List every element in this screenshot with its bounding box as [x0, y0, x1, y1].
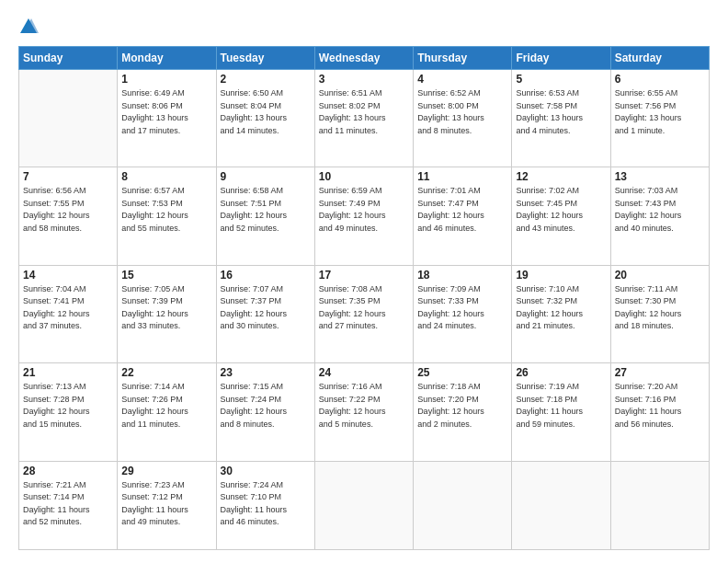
day-number: 10: [319, 170, 409, 183]
day-number: 4: [417, 73, 507, 86]
calendar-cell: 26Sunrise: 7:19 AM Sunset: 7:18 PM Dayli…: [512, 363, 610, 461]
calendar-cell: [414, 461, 512, 549]
calendar-cell: 16Sunrise: 7:07 AM Sunset: 7:37 PM Dayli…: [216, 265, 314, 362]
calendar-cell: 22Sunrise: 7:14 AM Sunset: 7:26 PM Dayli…: [118, 363, 216, 461]
calendar-cell: [314, 461, 413, 549]
weekday-saturday: Saturday: [610, 47, 709, 70]
day-number: 15: [121, 269, 211, 282]
day-number: 23: [221, 366, 311, 379]
day-info: Sunrise: 7:05 AM Sunset: 7:39 PM Dayligh…: [121, 283, 211, 333]
day-number: 22: [121, 366, 211, 379]
day-number: 26: [516, 366, 606, 379]
day-number: 8: [121, 170, 211, 183]
day-info: Sunrise: 7:11 AM Sunset: 7:30 PM Dayligh…: [615, 283, 705, 333]
day-number: 27: [615, 366, 705, 379]
weekday-wednesday: Wednesday: [314, 47, 413, 70]
week-row-5: 28Sunrise: 7:21 AM Sunset: 7:14 PM Dayli…: [19, 461, 710, 549]
week-row-1: 1Sunrise: 6:49 AM Sunset: 8:06 PM Daylig…: [19, 70, 710, 167]
day-info: Sunrise: 7:09 AM Sunset: 7:33 PM Dayligh…: [417, 283, 507, 333]
calendar-cell: [19, 70, 118, 167]
weekday-monday: Monday: [118, 47, 216, 70]
day-info: Sunrise: 7:21 AM Sunset: 7:14 PM Dayligh…: [23, 479, 113, 529]
day-info: Sunrise: 6:53 AM Sunset: 7:58 PM Dayligh…: [516, 87, 606, 137]
calendar-cell: 23Sunrise: 7:15 AM Sunset: 7:24 PM Dayli…: [216, 363, 314, 461]
calendar-cell: 15Sunrise: 7:05 AM Sunset: 7:39 PM Dayli…: [118, 265, 216, 362]
day-number: 30: [221, 465, 311, 477]
page: SundayMondayTuesdayWednesdayThursdayFrid…: [0, 0, 728, 563]
day-info: Sunrise: 7:01 AM Sunset: 7:47 PM Dayligh…: [417, 185, 507, 235]
calendar-cell: 27Sunrise: 7:20 AM Sunset: 7:16 PM Dayli…: [610, 363, 709, 461]
day-number: 16: [221, 269, 311, 282]
day-number: 25: [417, 366, 507, 379]
day-info: Sunrise: 7:07 AM Sunset: 7:37 PM Dayligh…: [221, 283, 311, 333]
day-number: 20: [615, 269, 705, 282]
day-info: Sunrise: 7:18 AM Sunset: 7:20 PM Dayligh…: [417, 381, 507, 431]
day-number: 13: [615, 170, 705, 183]
calendar-cell: 20Sunrise: 7:11 AM Sunset: 7:30 PM Dayli…: [610, 265, 709, 362]
day-info: Sunrise: 7:03 AM Sunset: 7:43 PM Dayligh…: [615, 185, 705, 235]
calendar-cell: 25Sunrise: 7:18 AM Sunset: 7:20 PM Dayli…: [414, 363, 512, 461]
day-number: 3: [319, 73, 409, 86]
day-info: Sunrise: 6:59 AM Sunset: 7:49 PM Dayligh…: [319, 185, 409, 235]
week-row-4: 21Sunrise: 7:13 AM Sunset: 7:28 PM Dayli…: [19, 363, 710, 461]
weekday-friday: Friday: [512, 47, 610, 70]
day-number: 12: [516, 170, 606, 183]
day-number: 7: [23, 170, 113, 183]
day-info: Sunrise: 6:55 AM Sunset: 7:56 PM Dayligh…: [615, 87, 705, 137]
calendar-cell: [610, 461, 709, 549]
day-info: Sunrise: 6:51 AM Sunset: 8:02 PM Dayligh…: [319, 87, 409, 137]
week-row-3: 14Sunrise: 7:04 AM Sunset: 7:41 PM Dayli…: [19, 265, 710, 362]
calendar-cell: 10Sunrise: 6:59 AM Sunset: 7:49 PM Dayli…: [314, 167, 413, 265]
day-info: Sunrise: 7:15 AM Sunset: 7:24 PM Dayligh…: [221, 381, 311, 431]
calendar-cell: 29Sunrise: 7:23 AM Sunset: 7:12 PM Dayli…: [118, 461, 216, 549]
day-number: 1: [121, 73, 211, 86]
week-row-2: 7Sunrise: 6:56 AM Sunset: 7:55 PM Daylig…: [19, 167, 710, 265]
calendar-cell: 14Sunrise: 7:04 AM Sunset: 7:41 PM Dayli…: [19, 265, 118, 362]
header: [18, 17, 710, 37]
calendar-cell: 9Sunrise: 6:58 AM Sunset: 7:51 PM Daylig…: [216, 167, 314, 265]
day-info: Sunrise: 7:23 AM Sunset: 7:12 PM Dayligh…: [121, 479, 211, 529]
calendar-cell: 2Sunrise: 6:50 AM Sunset: 8:04 PM Daylig…: [216, 70, 314, 167]
day-number: 17: [319, 269, 409, 282]
day-info: Sunrise: 6:56 AM Sunset: 7:55 PM Dayligh…: [23, 185, 113, 235]
calendar-cell: 5Sunrise: 6:53 AM Sunset: 7:58 PM Daylig…: [512, 70, 610, 167]
calendar-cell: 13Sunrise: 7:03 AM Sunset: 7:43 PM Dayli…: [610, 167, 709, 265]
day-number: 24: [319, 366, 409, 379]
calendar-cell: 7Sunrise: 6:56 AM Sunset: 7:55 PM Daylig…: [19, 167, 118, 265]
calendar-cell: [512, 461, 610, 549]
day-number: 6: [615, 73, 705, 86]
day-number: 14: [23, 269, 113, 282]
day-info: Sunrise: 7:16 AM Sunset: 7:22 PM Dayligh…: [319, 381, 409, 431]
day-info: Sunrise: 6:49 AM Sunset: 8:06 PM Dayligh…: [121, 87, 211, 137]
calendar-table: SundayMondayTuesdayWednesdayThursdayFrid…: [18, 46, 710, 550]
day-info: Sunrise: 6:52 AM Sunset: 8:00 PM Dayligh…: [417, 87, 507, 137]
weekday-tuesday: Tuesday: [216, 47, 314, 70]
logo: [18, 17, 46, 37]
calendar-cell: 4Sunrise: 6:52 AM Sunset: 8:00 PM Daylig…: [414, 70, 512, 167]
day-number: 21: [23, 366, 113, 379]
day-info: Sunrise: 7:19 AM Sunset: 7:18 PM Dayligh…: [516, 381, 606, 431]
day-info: Sunrise: 7:13 AM Sunset: 7:28 PM Dayligh…: [23, 381, 113, 431]
day-number: 18: [417, 269, 507, 282]
weekday-sunday: Sunday: [19, 47, 118, 70]
day-info: Sunrise: 6:58 AM Sunset: 7:51 PM Dayligh…: [221, 185, 311, 235]
day-info: Sunrise: 6:50 AM Sunset: 8:04 PM Dayligh…: [221, 87, 311, 137]
logo-icon: [18, 17, 39, 37]
calendar-cell: 6Sunrise: 6:55 AM Sunset: 7:56 PM Daylig…: [610, 70, 709, 167]
day-number: 2: [221, 73, 311, 86]
weekday-header-row: SundayMondayTuesdayWednesdayThursdayFrid…: [19, 47, 710, 70]
day-info: Sunrise: 7:04 AM Sunset: 7:41 PM Dayligh…: [23, 283, 113, 333]
day-info: Sunrise: 7:02 AM Sunset: 7:45 PM Dayligh…: [516, 185, 606, 235]
calendar-cell: 24Sunrise: 7:16 AM Sunset: 7:22 PM Dayli…: [314, 363, 413, 461]
calendar-cell: 3Sunrise: 6:51 AM Sunset: 8:02 PM Daylig…: [314, 70, 413, 167]
calendar-cell: 21Sunrise: 7:13 AM Sunset: 7:28 PM Dayli…: [19, 363, 118, 461]
day-number: 11: [417, 170, 507, 183]
day-number: 9: [221, 170, 311, 183]
calendar-cell: 19Sunrise: 7:10 AM Sunset: 7:32 PM Dayli…: [512, 265, 610, 362]
calendar-cell: 30Sunrise: 7:24 AM Sunset: 7:10 PM Dayli…: [216, 461, 314, 549]
calendar-cell: 18Sunrise: 7:09 AM Sunset: 7:33 PM Dayli…: [414, 265, 512, 362]
calendar-cell: 8Sunrise: 6:57 AM Sunset: 7:53 PM Daylig…: [118, 167, 216, 265]
calendar-cell: 11Sunrise: 7:01 AM Sunset: 7:47 PM Dayli…: [414, 167, 512, 265]
calendar-cell: 17Sunrise: 7:08 AM Sunset: 7:35 PM Dayli…: [314, 265, 413, 362]
day-info: Sunrise: 7:24 AM Sunset: 7:10 PM Dayligh…: [221, 479, 311, 529]
